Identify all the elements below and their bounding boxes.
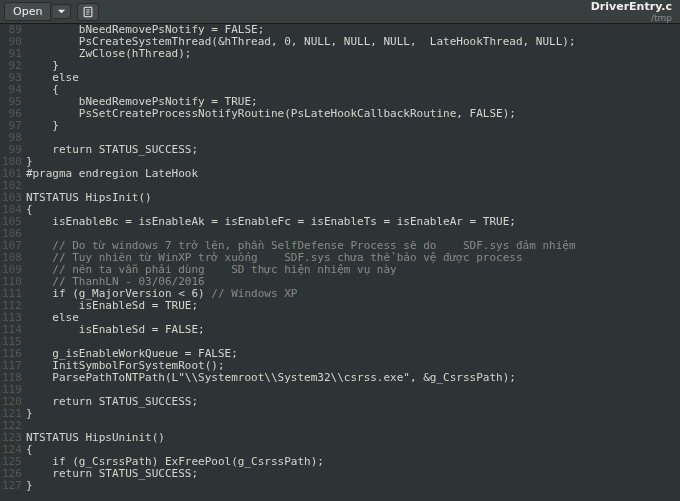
chevron-down-icon [57, 7, 66, 16]
new-document-button[interactable] [77, 3, 99, 21]
toolbar: Open DriverEntry.c /tmp [0, 0, 680, 24]
code-content[interactable]: bNeedRemovePsNotify = FALSE; PsCreateSys… [26, 24, 680, 501]
open-button[interactable]: Open [4, 2, 51, 21]
window-title-path: /tmp [591, 13, 672, 23]
open-recent-dropdown[interactable] [53, 4, 71, 19]
new-document-icon [82, 6, 94, 18]
window-title-filename: DriverEntry.c [591, 0, 672, 13]
line-number-gutter: 89 90 91 92 93 94 95 96 97 98 99 100 101… [0, 24, 26, 501]
editor-area[interactable]: 89 90 91 92 93 94 95 96 97 98 99 100 101… [0, 24, 680, 501]
title-area: DriverEntry.c /tmp [591, 0, 676, 23]
